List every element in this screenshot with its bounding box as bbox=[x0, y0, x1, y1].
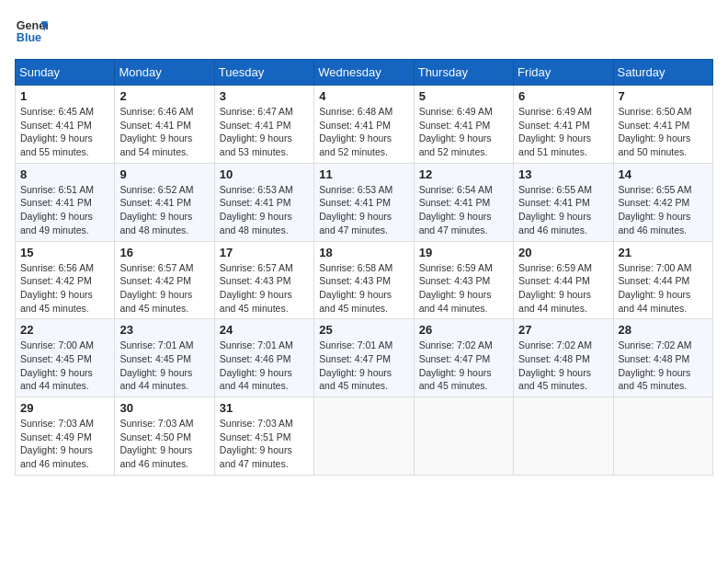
day-number: 6 bbox=[518, 89, 608, 103]
day-number: 21 bbox=[619, 246, 708, 259]
calendar-cell: 13 Sunrise: 6:55 AMSunset: 4:41 PMDaylig… bbox=[514, 163, 613, 241]
cell-info: Sunrise: 7:03 AMSunset: 4:49 PMDaylight:… bbox=[20, 418, 94, 469]
day-number: 13 bbox=[518, 167, 608, 181]
calendar-cell: 28 Sunrise: 7:02 AMSunset: 4:48 PMDaylig… bbox=[613, 319, 712, 397]
calendar-cell: 12 Sunrise: 6:54 AMSunset: 4:41 PMDaylig… bbox=[414, 163, 513, 241]
cell-info: Sunrise: 6:55 AMSunset: 4:42 PMDaylight:… bbox=[619, 184, 692, 236]
cell-info: Sunrise: 7:01 AMSunset: 4:46 PMDaylight:… bbox=[220, 339, 293, 391]
calendar-cell: 21 Sunrise: 7:00 AMSunset: 4:44 PMDaylig… bbox=[613, 241, 712, 319]
day-number: 9 bbox=[119, 167, 209, 181]
cell-info: Sunrise: 6:49 AMSunset: 4:41 PMDaylight:… bbox=[419, 106, 493, 157]
cell-info: Sunrise: 7:02 AMSunset: 4:48 PMDaylight:… bbox=[518, 339, 592, 391]
day-number: 18 bbox=[319, 246, 408, 259]
calendar-cell: 23 Sunrise: 7:01 AMSunset: 4:45 PMDaylig… bbox=[115, 319, 214, 397]
cell-info: Sunrise: 6:50 AMSunset: 4:41 PMDaylight:… bbox=[619, 106, 692, 157]
calendar-cell: 3 Sunrise: 6:47 AMSunset: 4:41 PMDayligh… bbox=[214, 86, 313, 164]
cell-info: Sunrise: 7:02 AMSunset: 4:48 PMDaylight:… bbox=[619, 339, 692, 391]
day-number: 5 bbox=[419, 89, 508, 103]
day-number: 3 bbox=[220, 89, 309, 103]
col-header-wednesday: Wednesday bbox=[314, 60, 414, 86]
col-header-saturday: Saturday bbox=[613, 60, 712, 86]
calendar-cell: 27 Sunrise: 7:02 AMSunset: 4:48 PMDaylig… bbox=[514, 319, 613, 397]
calendar-cell: 16 Sunrise: 6:57 AMSunset: 4:42 PMDaylig… bbox=[115, 241, 214, 319]
day-number: 4 bbox=[319, 89, 408, 103]
svg-text:Blue: Blue bbox=[17, 31, 41, 44]
cell-info: Sunrise: 6:57 AMSunset: 4:43 PMDaylight:… bbox=[220, 262, 293, 314]
cell-info: Sunrise: 6:58 AMSunset: 4:43 PMDaylight:… bbox=[319, 262, 392, 314]
cell-info: Sunrise: 6:53 AMSunset: 4:41 PMDaylight:… bbox=[319, 184, 392, 236]
calendar-cell: 4 Sunrise: 6:48 AMSunset: 4:41 PMDayligh… bbox=[314, 86, 414, 164]
calendar-table: SundayMondayTuesdayWednesdayThursdayFrid… bbox=[15, 59, 713, 476]
day-number: 27 bbox=[518, 323, 608, 337]
calendar-cell: 29 Sunrise: 7:03 AMSunset: 4:49 PMDaylig… bbox=[16, 397, 115, 476]
cell-info: Sunrise: 6:55 AMSunset: 4:41 PMDaylight:… bbox=[518, 184, 592, 236]
day-number: 15 bbox=[20, 246, 109, 259]
cell-info: Sunrise: 7:03 AMSunset: 4:51 PMDaylight:… bbox=[220, 418, 293, 469]
calendar-cell: 30 Sunrise: 7:03 AMSunset: 4:50 PMDaylig… bbox=[115, 397, 214, 476]
calendar-cell: 22 Sunrise: 7:00 AMSunset: 4:45 PMDaylig… bbox=[16, 319, 115, 397]
calendar-cell: 10 Sunrise: 6:53 AMSunset: 4:41 PMDaylig… bbox=[214, 163, 313, 241]
cell-info: Sunrise: 6:48 AMSunset: 4:41 PMDaylight:… bbox=[319, 106, 392, 157]
cell-info: Sunrise: 6:52 AMSunset: 4:41 PMDaylight:… bbox=[119, 184, 193, 236]
cell-info: Sunrise: 6:46 AMSunset: 4:41 PMDaylight:… bbox=[119, 106, 193, 157]
day-number: 1 bbox=[20, 89, 109, 103]
calendar-cell: 8 Sunrise: 6:51 AMSunset: 4:41 PMDayligh… bbox=[16, 163, 115, 241]
day-number: 28 bbox=[619, 323, 708, 337]
cell-info: Sunrise: 6:51 AMSunset: 4:41 PMDaylight:… bbox=[20, 184, 94, 236]
cell-info: Sunrise: 7:03 AMSunset: 4:50 PMDaylight:… bbox=[119, 418, 193, 469]
day-number: 16 bbox=[119, 246, 209, 259]
calendar-cell: 1 Sunrise: 6:45 AMSunset: 4:41 PMDayligh… bbox=[16, 86, 115, 164]
col-header-monday: Monday bbox=[115, 60, 214, 86]
day-number: 2 bbox=[119, 89, 209, 103]
cell-info: Sunrise: 7:02 AMSunset: 4:47 PMDaylight:… bbox=[419, 339, 493, 391]
col-header-sunday: Sunday bbox=[16, 60, 115, 86]
cell-info: Sunrise: 6:47 AMSunset: 4:41 PMDaylight:… bbox=[220, 106, 293, 157]
cell-info: Sunrise: 7:00 AMSunset: 4:45 PMDaylight:… bbox=[20, 339, 94, 391]
col-header-thursday: Thursday bbox=[414, 60, 513, 86]
day-number: 17 bbox=[220, 246, 309, 259]
calendar-cell bbox=[514, 397, 613, 476]
day-number: 20 bbox=[518, 246, 608, 259]
cell-info: Sunrise: 6:59 AMSunset: 4:43 PMDaylight:… bbox=[419, 262, 493, 314]
calendar-cell: 19 Sunrise: 6:59 AMSunset: 4:43 PMDaylig… bbox=[414, 241, 513, 319]
calendar-cell bbox=[613, 397, 712, 476]
page-header: General Blue bbox=[15, 15, 713, 48]
cell-info: Sunrise: 6:54 AMSunset: 4:41 PMDaylight:… bbox=[419, 184, 493, 236]
cell-info: Sunrise: 6:53 AMSunset: 4:41 PMDaylight:… bbox=[220, 184, 293, 236]
calendar-cell: 24 Sunrise: 7:01 AMSunset: 4:46 PMDaylig… bbox=[214, 319, 313, 397]
calendar-cell: 18 Sunrise: 6:58 AMSunset: 4:43 PMDaylig… bbox=[314, 241, 414, 319]
day-number: 29 bbox=[20, 401, 109, 415]
calendar-cell: 20 Sunrise: 6:59 AMSunset: 4:44 PMDaylig… bbox=[514, 241, 613, 319]
day-number: 12 bbox=[419, 167, 508, 181]
cell-info: Sunrise: 6:45 AMSunset: 4:41 PMDaylight:… bbox=[20, 106, 94, 157]
calendar-cell bbox=[414, 397, 513, 476]
logo-icon: General Blue bbox=[15, 15, 48, 48]
calendar-cell: 5 Sunrise: 6:49 AMSunset: 4:41 PMDayligh… bbox=[414, 86, 513, 164]
day-number: 11 bbox=[319, 167, 408, 181]
day-number: 25 bbox=[319, 323, 408, 337]
calendar-cell: 14 Sunrise: 6:55 AMSunset: 4:42 PMDaylig… bbox=[613, 163, 712, 241]
day-number: 19 bbox=[419, 246, 508, 259]
calendar-cell: 25 Sunrise: 7:01 AMSunset: 4:47 PMDaylig… bbox=[314, 319, 414, 397]
calendar-cell: 6 Sunrise: 6:49 AMSunset: 4:41 PMDayligh… bbox=[514, 86, 613, 164]
day-number: 10 bbox=[220, 167, 309, 181]
calendar-cell: 26 Sunrise: 7:02 AMSunset: 4:47 PMDaylig… bbox=[414, 319, 513, 397]
logo: General Blue bbox=[15, 15, 48, 48]
calendar-cell: 11 Sunrise: 6:53 AMSunset: 4:41 PMDaylig… bbox=[314, 163, 414, 241]
cell-info: Sunrise: 7:01 AMSunset: 4:47 PMDaylight:… bbox=[319, 339, 392, 391]
day-number: 14 bbox=[619, 167, 708, 181]
calendar-cell bbox=[314, 397, 414, 476]
day-number: 23 bbox=[119, 323, 209, 337]
calendar-cell: 9 Sunrise: 6:52 AMSunset: 4:41 PMDayligh… bbox=[115, 163, 214, 241]
day-number: 30 bbox=[119, 401, 209, 415]
cell-info: Sunrise: 6:56 AMSunset: 4:42 PMDaylight:… bbox=[20, 262, 94, 314]
day-number: 26 bbox=[419, 323, 508, 337]
calendar-cell: 31 Sunrise: 7:03 AMSunset: 4:51 PMDaylig… bbox=[214, 397, 313, 476]
day-number: 8 bbox=[20, 167, 109, 181]
cell-info: Sunrise: 6:57 AMSunset: 4:42 PMDaylight:… bbox=[119, 262, 193, 314]
cell-info: Sunrise: 7:00 AMSunset: 4:44 PMDaylight:… bbox=[619, 262, 692, 314]
cell-info: Sunrise: 6:59 AMSunset: 4:44 PMDaylight:… bbox=[518, 262, 592, 314]
day-number: 7 bbox=[619, 89, 708, 103]
cell-info: Sunrise: 7:01 AMSunset: 4:45 PMDaylight:… bbox=[119, 339, 193, 391]
col-header-tuesday: Tuesday bbox=[214, 60, 313, 86]
